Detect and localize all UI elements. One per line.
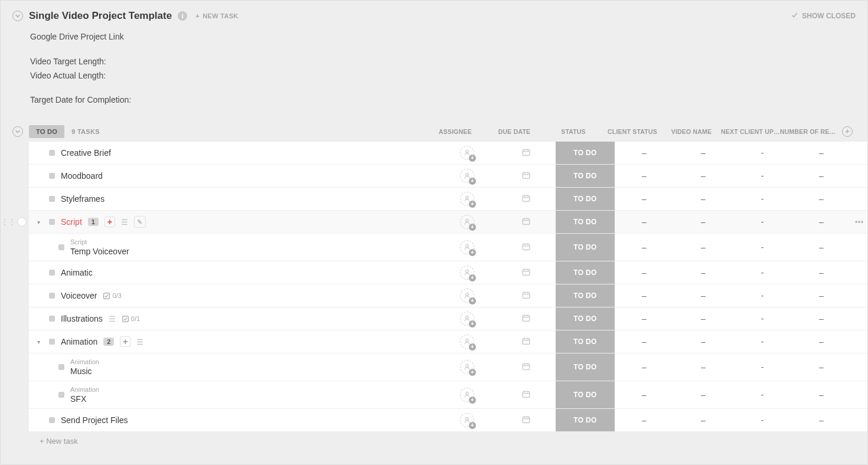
revisions-cell[interactable]: – — [792, 261, 851, 284]
status-square-icon[interactable] — [49, 196, 55, 202]
row-more-button[interactable] — [851, 330, 867, 353]
row-more-button[interactable]: ••• — [851, 211, 867, 233]
revisions-cell[interactable]: – — [792, 284, 851, 307]
col-header-status[interactable]: STATUS — [544, 128, 603, 135]
status-cell[interactable]: TO DO — [556, 353, 615, 381]
subtask-row[interactable]: Animation Music + TO DO – – - – — [29, 353, 867, 381]
client-status-cell[interactable]: – — [615, 381, 674, 408]
client-status-cell[interactable]: – — [615, 284, 674, 307]
due-date-cell[interactable] — [497, 330, 556, 353]
video-name-cell[interactable]: – — [674, 330, 733, 353]
client-status-cell[interactable]: – — [615, 165, 674, 187]
assignee-cell[interactable]: + — [438, 307, 497, 330]
assignee-cell[interactable]: + — [438, 142, 497, 164]
client-status-cell[interactable]: – — [615, 261, 674, 284]
next-client-cell[interactable]: - — [733, 234, 792, 261]
drag-handle-icon[interactable]: ⋮⋮ — [1, 218, 15, 226]
status-cell[interactable]: TO DO — [556, 409, 615, 431]
next-client-cell[interactable]: - — [733, 165, 792, 187]
revisions-cell[interactable]: – — [792, 165, 851, 187]
row-more-button[interactable] — [851, 234, 867, 261]
revisions-cell[interactable]: – — [792, 307, 851, 330]
task-row[interactable]: ▸ Animatic + TO DO – – - – — [29, 261, 867, 284]
client-status-cell[interactable]: – — [615, 409, 674, 431]
video-name-cell[interactable]: – — [674, 165, 733, 187]
status-square-icon[interactable] — [49, 417, 55, 423]
collapse-all-icon[interactable] — [12, 11, 23, 21]
group-status-pill[interactable]: TO DO — [29, 125, 64, 138]
status-square-icon[interactable] — [49, 293, 55, 299]
status-cell[interactable]: TO DO — [556, 165, 615, 187]
assignee-cell[interactable]: + — [438, 381, 497, 408]
status-cell[interactable]: TO DO — [556, 188, 615, 210]
task-row[interactable]: ⋮⋮ ▾ Script 1+☰✎ + TO DO – – - – ••• — [29, 211, 867, 234]
show-closed-button[interactable]: SHOW CLOSED — [791, 11, 856, 21]
client-status-cell[interactable]: – — [615, 330, 674, 353]
status-cell[interactable]: TO DO — [556, 307, 615, 330]
status-square-icon[interactable] — [58, 392, 64, 398]
assignee-cell[interactable]: + — [438, 211, 497, 233]
next-client-cell[interactable]: - — [733, 261, 792, 284]
status-square-icon[interactable] — [49, 173, 55, 179]
add-subtask-button[interactable]: + — [105, 217, 115, 227]
info-icon[interactable]: i — [178, 11, 187, 21]
assignee-cell[interactable]: + — [438, 234, 497, 261]
status-square-icon[interactable] — [49, 219, 55, 225]
next-client-cell[interactable]: - — [733, 353, 792, 381]
checklist-badge[interactable]: 0/1 — [122, 315, 140, 323]
due-date-cell[interactable] — [497, 307, 556, 330]
client-status-cell[interactable]: – — [615, 307, 674, 330]
status-square-icon[interactable] — [49, 270, 55, 276]
due-date-cell[interactable] — [497, 353, 556, 381]
next-client-cell[interactable]: - — [733, 307, 792, 330]
status-cell[interactable]: TO DO — [556, 211, 615, 233]
assignee-cell[interactable]: + — [438, 409, 497, 431]
client-status-cell[interactable]: – — [615, 142, 674, 164]
status-square-icon[interactable] — [58, 244, 64, 250]
status-square-icon[interactable] — [49, 150, 55, 156]
video-name-cell[interactable]: – — [674, 307, 733, 330]
status-cell[interactable]: TO DO — [556, 284, 615, 307]
add-column-button[interactable]: + — [839, 126, 856, 137]
group-collapse-icon[interactable] — [12, 126, 23, 137]
description-icon[interactable]: ☰ — [121, 218, 128, 227]
video-name-cell[interactable]: – — [674, 261, 733, 284]
description-icon[interactable]: ☰ — [136, 338, 143, 346]
new-task-button[interactable]: + NEW TASK — [195, 12, 238, 19]
next-client-cell[interactable]: - — [733, 330, 792, 353]
video-name-cell[interactable]: – — [674, 284, 733, 307]
due-date-cell[interactable] — [497, 261, 556, 284]
client-status-cell[interactable]: – — [615, 234, 674, 261]
status-cell[interactable]: TO DO — [556, 330, 615, 353]
row-more-button[interactable] — [851, 165, 867, 187]
video-name-cell[interactable]: – — [674, 353, 733, 381]
col-header-client-status[interactable]: CLIENT STATUS — [603, 128, 662, 135]
next-client-cell[interactable]: - — [733, 284, 792, 307]
task-row[interactable]: ▸ Moodboard + TO DO – – - – — [29, 165, 867, 188]
due-date-cell[interactable] — [497, 381, 556, 408]
row-more-button[interactable] — [851, 188, 867, 210]
revisions-cell[interactable]: – — [792, 381, 851, 408]
status-cell[interactable]: TO DO — [556, 381, 615, 408]
due-date-cell[interactable] — [497, 142, 556, 164]
client-status-cell[interactable]: – — [615, 353, 674, 381]
assignee-cell[interactable]: + — [438, 165, 497, 187]
col-header-next-client[interactable]: NEXT CLIENT UPD… — [721, 128, 780, 135]
status-square-icon[interactable] — [49, 316, 55, 322]
video-name-cell[interactable]: – — [674, 409, 733, 431]
status-cell[interactable]: TO DO — [556, 142, 615, 164]
revisions-cell[interactable]: – — [792, 211, 851, 233]
video-name-cell[interactable]: – — [674, 188, 733, 210]
col-header-video-name[interactable]: VIDEO NAME — [662, 128, 721, 135]
complete-toggle[interactable] — [17, 217, 27, 227]
col-header-assignee[interactable]: ASSIGNEE — [426, 128, 485, 135]
assignee-cell[interactable]: + — [438, 353, 497, 381]
video-name-cell[interactable]: – — [674, 381, 733, 408]
client-status-cell[interactable]: – — [615, 188, 674, 210]
subtask-row[interactable]: Script Temp Voiceover + TO DO – – - – — [29, 234, 867, 261]
col-header-due[interactable]: DUE DATE — [485, 128, 544, 135]
next-client-cell[interactable]: - — [733, 188, 792, 210]
row-more-button[interactable] — [851, 353, 867, 381]
task-row[interactable]: ▸ Send Project Files + TO DO – – - – — [29, 409, 867, 432]
row-more-button[interactable] — [851, 284, 867, 307]
